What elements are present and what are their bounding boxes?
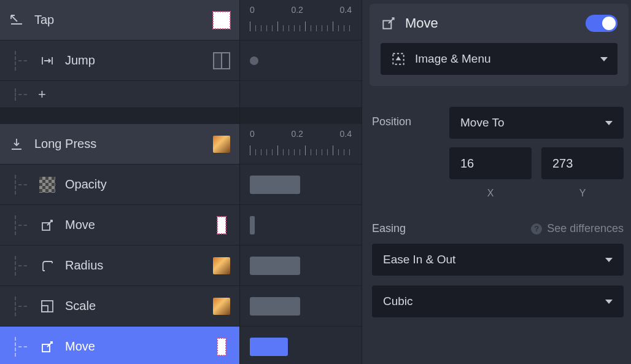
move-icon — [40, 218, 55, 233]
easing-curve-dropdown[interactable]: Cubic — [372, 285, 624, 317]
input-value: 273 — [552, 157, 573, 171]
selection-icon — [390, 51, 406, 67]
thumbnail — [217, 217, 226, 234]
chevron-down-icon — [605, 121, 613, 125]
ruler-tick-label: 0 — [250, 129, 255, 139]
separator — [240, 108, 362, 124]
action-row-radius[interactable]: Radius — [0, 246, 239, 286]
svg-rect-1 — [42, 301, 53, 312]
radius-icon — [40, 258, 55, 273]
trigger-row-tap[interactable]: Tap — [0, 0, 239, 41]
longpress-icon — [9, 137, 24, 152]
timeline-ruler-longpress[interactable]: 0 0.2 0.4 — [240, 124, 362, 165]
duration-bar[interactable] — [250, 257, 300, 275]
thumbnail — [213, 52, 230, 69]
timeline-ruler-tap[interactable]: 0 0.2 0.4 — [240, 0, 362, 41]
property-label: Position — [372, 107, 441, 128]
target-layer-dropdown[interactable]: Image & Menu — [381, 43, 617, 75]
action-label: Move — [65, 339, 204, 354]
ruler-tick-label: 0.4 — [340, 5, 352, 15]
axis-label-x: X — [449, 188, 532, 199]
position-mode-dropdown[interactable]: Move To — [449, 107, 624, 139]
dropdown-value: Ease In & Out — [383, 253, 455, 266]
opacity-icon — [39, 177, 55, 193]
timeline-track-radius[interactable] — [240, 246, 362, 286]
position-section: Position Move To 16 273 X Y — [362, 95, 631, 210]
ruler-tick-label: 0 — [250, 5, 255, 15]
thumbnail — [213, 257, 230, 274]
layers-panel: Tap Jump + Long Press Opacity — [0, 0, 239, 364]
trigger-row-longpress[interactable]: Long Press — [0, 124, 239, 165]
dropdown-value: Image & Menu — [415, 52, 592, 66]
chevron-down-icon — [605, 300, 613, 304]
help-icon: ? — [531, 223, 542, 234]
inspector-panel: Move Image & Menu Position Move To 16 27… — [362, 0, 631, 364]
position-x-input[interactable]: 16 — [449, 147, 532, 179]
timeline-track-scale[interactable] — [240, 286, 362, 327]
scale-icon — [40, 299, 55, 314]
timeline-track-jump[interactable] — [240, 41, 362, 81]
action-label: Jump — [65, 53, 204, 68]
thumbnail — [213, 298, 230, 315]
position-y-input[interactable]: 273 — [541, 147, 624, 179]
thumbnail — [217, 338, 226, 355]
ruler-tick-label: 0.2 — [291, 5, 303, 15]
easing-type-dropdown[interactable]: Ease In & Out — [372, 244, 624, 276]
action-row-move-selected[interactable]: Move — [0, 327, 239, 364]
inspector-title: Move — [405, 15, 577, 31]
keyframe-marker[interactable] — [250, 56, 258, 65]
action-label: Scale — [65, 299, 204, 313]
duration-bar[interactable] — [250, 297, 300, 316]
thumbnail — [213, 136, 230, 153]
dropdown-value: Cubic — [383, 295, 413, 308]
action-row-jump[interactable]: Jump — [0, 41, 239, 81]
move-icon — [40, 339, 55, 354]
trigger-label: Tap — [34, 13, 204, 27]
dropdown-value: Move To — [460, 116, 504, 130]
action-row-scale[interactable]: Scale — [0, 286, 239, 327]
thumbnail — [213, 12, 230, 29]
property-label: Easing — [372, 222, 406, 235]
axis-label-y: Y — [541, 188, 624, 199]
action-label: Move — [65, 218, 204, 232]
input-value: 16 — [460, 157, 474, 171]
inspector-header-card: Move Image & Menu — [370, 4, 629, 86]
timeline-track-opacity[interactable] — [240, 165, 362, 205]
move-icon — [381, 15, 397, 31]
tap-icon — [9, 13, 24, 28]
jump-icon — [40, 53, 55, 68]
duration-bar[interactable] — [250, 338, 288, 356]
plus-icon: + — [38, 87, 46, 103]
svg-rect-2 — [42, 306, 48, 312]
chevron-down-icon — [600, 57, 608, 61]
ruler-tick-label: 0.4 — [340, 129, 352, 139]
timeline-track-empty — [240, 81, 362, 108]
link-label: See differences — [547, 222, 624, 235]
ruler-tick-label: 0.2 — [291, 129, 303, 139]
timeline-track-move1[interactable] — [240, 205, 362, 246]
enable-toggle[interactable] — [586, 15, 617, 32]
action-label: Radius — [65, 258, 204, 273]
action-row-opacity[interactable]: Opacity — [0, 165, 239, 205]
easing-section-header: Easing ? See differences — [362, 210, 631, 244]
chevron-down-icon — [605, 258, 613, 262]
duration-bar[interactable] — [250, 216, 255, 234]
action-label: Opacity — [65, 177, 204, 192]
timeline-panel: 0 0.2 0.4 0 0.2 0.4 — [239, 0, 362, 364]
action-row-move[interactable]: Move — [0, 205, 239, 246]
duration-bar[interactable] — [250, 176, 300, 194]
add-action-row[interactable]: + — [0, 81, 239, 108]
see-differences-link[interactable]: ? See differences — [531, 222, 624, 235]
trigger-label: Long Press — [34, 137, 204, 151]
separator — [0, 108, 239, 124]
timeline-track-move2[interactable] — [240, 327, 362, 364]
